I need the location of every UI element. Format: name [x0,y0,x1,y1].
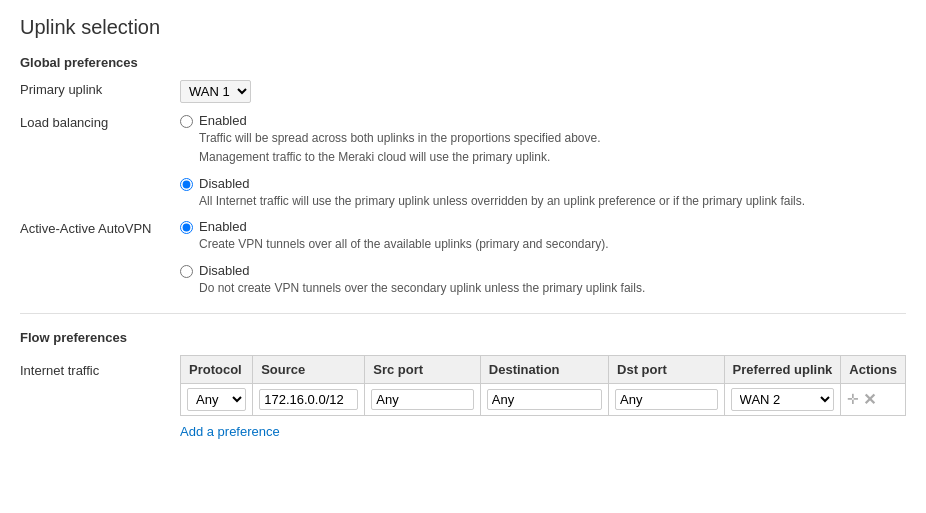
preferred-uplink-cell: WAN 1 WAN 2 [724,383,841,415]
autovpn-disabled-desc: Do not create VPN tunnels over the secon… [199,280,645,297]
autovpn-disabled-radio[interactable] [180,265,193,278]
load-balancing-enabled-label: Enabled [199,113,601,128]
active-active-autovpn-label: Active-Active AutoVPN [20,219,180,236]
load-balancing-enabled-option: Enabled Traffic will be spread across bo… [180,113,906,166]
load-balancing-disabled-desc: All Internet traffic will use the primar… [199,193,805,210]
load-balancing-enabled-desc1: Traffic will be spread across both uplin… [199,130,601,147]
autovpn-enabled-text: Enabled Create VPN tunnels over all of t… [199,219,609,253]
internet-traffic-row: Internet traffic Protocol Source Src por… [20,355,906,439]
src-port-input[interactable] [371,389,474,410]
autovpn-radio-group: Enabled Create VPN tunnels over all of t… [180,219,906,297]
load-balancing-enabled-desc2: Management traffic to the Meraki cloud w… [199,149,601,166]
section-divider [20,313,906,314]
col-preferred-uplink: Preferred uplink [724,355,841,383]
primary-uplink-select[interactable]: WAN 1 WAN 2 [180,80,251,103]
primary-uplink-label: Primary uplink [20,80,180,97]
load-balancing-radio-group: Enabled Traffic will be spread across bo… [180,113,906,209]
autovpn-enabled-label: Enabled [199,219,609,234]
destination-cell [480,383,608,415]
actions-cell-content: ✛ ✕ [847,390,899,409]
load-balancing-enabled-radio[interactable] [180,115,193,128]
global-preferences-section: Global preferences Primary uplink WAN 1 … [20,55,906,297]
load-balancing-disabled-label: Disabled [199,176,805,191]
col-dst-port: Dst port [609,355,725,383]
primary-uplink-content: WAN 1 WAN 2 [180,80,906,103]
src-port-cell [365,383,481,415]
destination-input[interactable] [487,389,602,410]
active-active-autovpn-row: Active-Active AutoVPN Enabled Create VPN… [20,219,906,297]
protocol-cell: Any TCP UDP ICMP [181,383,253,415]
source-input[interactable] [259,389,358,410]
flow-table: Protocol Source Src port Destination Dst… [180,355,906,416]
autovpn-disabled-option: Disabled Do not create VPN tunnels over … [180,263,906,297]
load-balancing-row: Load balancing Enabled Traffic will be s… [20,113,906,209]
flow-preferences-section: Flow preferences Internet traffic Protoc… [20,330,906,439]
traffic-table-wrap: Protocol Source Src port Destination Dst… [180,355,906,439]
internet-traffic-label: Internet traffic [20,355,180,378]
flow-table-head: Protocol Source Src port Destination Dst… [181,355,906,383]
autovpn-enabled-desc: Create VPN tunnels over all of the avail… [199,236,609,253]
col-src-port: Src port [365,355,481,383]
flow-preferences-title: Flow preferences [20,330,906,345]
delete-icon[interactable]: ✕ [863,390,876,409]
col-actions: Actions [841,355,906,383]
col-protocol: Protocol [181,355,253,383]
load-balancing-disabled-text: Disabled All Internet traffic will use t… [199,176,805,210]
page-title: Uplink selection [20,16,906,39]
col-source: Source [253,355,365,383]
source-cell [253,383,365,415]
flow-table-header-row: Protocol Source Src port Destination Dst… [181,355,906,383]
autovpn-enabled-option: Enabled Create VPN tunnels over all of t… [180,219,906,253]
autovpn-disabled-text: Disabled Do not create VPN tunnels over … [199,263,645,297]
load-balancing-content: Enabled Traffic will be spread across bo… [180,113,906,209]
dst-port-cell [609,383,725,415]
autovpn-enabled-radio[interactable] [180,221,193,234]
load-balancing-disabled-radio[interactable] [180,178,193,191]
global-preferences-title: Global preferences [20,55,906,70]
move-icon[interactable]: ✛ [847,391,859,407]
dst-port-input[interactable] [615,389,718,410]
load-balancing-enabled-text: Enabled Traffic will be spread across bo… [199,113,601,166]
flow-table-body: Any TCP UDP ICMP [181,383,906,415]
add-preference-link[interactable]: Add a preference [180,424,280,439]
preferred-uplink-select[interactable]: WAN 1 WAN 2 [731,388,835,411]
active-active-autovpn-content: Enabled Create VPN tunnels over all of t… [180,219,906,297]
load-balancing-label: Load balancing [20,113,180,130]
protocol-select[interactable]: Any TCP UDP ICMP [187,388,246,411]
actions-cell: ✛ ✕ [841,383,906,415]
primary-uplink-row: Primary uplink WAN 1 WAN 2 [20,80,906,103]
autovpn-disabled-label: Disabled [199,263,645,278]
col-destination: Destination [480,355,608,383]
load-balancing-disabled-option: Disabled All Internet traffic will use t… [180,176,906,210]
table-row: Any TCP UDP ICMP [181,383,906,415]
